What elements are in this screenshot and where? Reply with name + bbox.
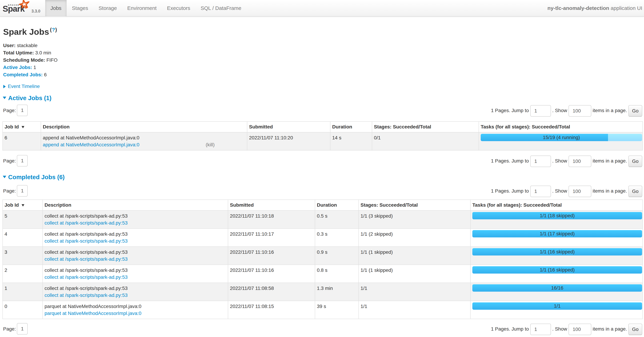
svg-text:Spark: Spark <box>2 4 25 13</box>
